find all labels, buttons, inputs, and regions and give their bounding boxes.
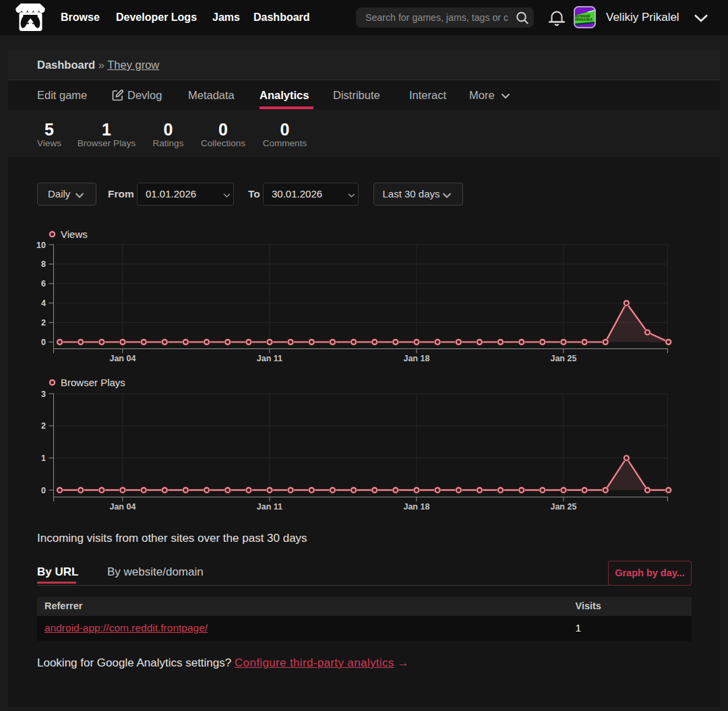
svg-text:Jan 04: Jan 04: [109, 502, 135, 512]
svg-text:10: 10: [36, 241, 46, 250]
svg-text:ПРИКАЛЕЛ: ПРИКАЛЕЛ: [575, 18, 592, 22]
svg-text:0: 0: [41, 338, 46, 347]
svg-text:Jan 04: Jan 04: [109, 354, 135, 363]
svg-text:2: 2: [41, 421, 46, 431]
svg-text:0: 0: [41, 486, 46, 495]
svg-text:Jan 25: Jan 25: [550, 354, 576, 363]
svg-text:8: 8: [41, 259, 46, 269]
svg-text:6: 6: [41, 279, 46, 288]
svg-text:2: 2: [41, 318, 46, 328]
svg-text:3: 3: [41, 390, 46, 399]
svg-text:Views: Views: [61, 228, 88, 240]
svg-text:Browser Plays: Browser Plays: [61, 377, 125, 388]
svg-text:Jan 25: Jan 25: [550, 502, 576, 512]
svg-text:Jan 11: Jan 11: [257, 354, 282, 363]
svg-text:Jan 18: Jan 18: [403, 502, 429, 512]
svg-text:Jan 11: Jan 11: [257, 502, 282, 512]
svg-text:ВЕЛИКИЙ: ВЕЛИКИЙ: [575, 13, 590, 18]
svg-text:Jan 18: Jan 18: [403, 354, 429, 363]
svg-text:4: 4: [41, 299, 46, 308]
svg-text:1: 1: [41, 454, 46, 463]
